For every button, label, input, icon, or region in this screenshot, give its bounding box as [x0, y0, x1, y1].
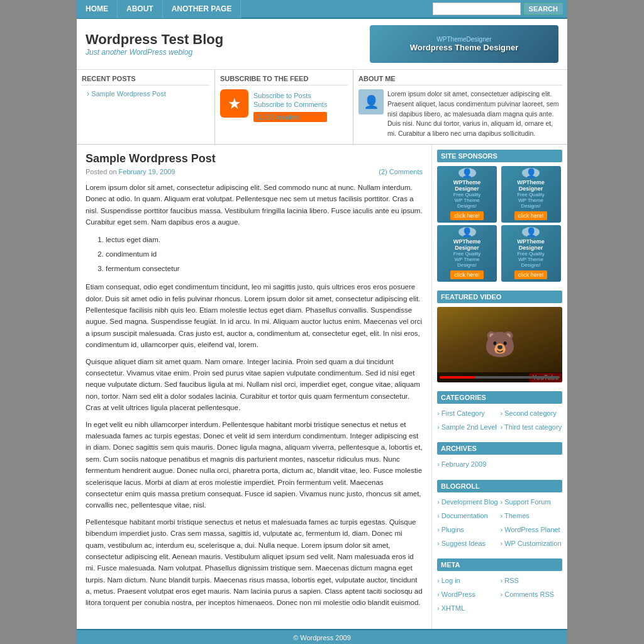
sponsors-section: SITE SPONSORS 👤 WPThemeDesigner Free Qua…: [437, 150, 562, 282]
video-thumbnail: 🐻: [437, 307, 562, 382]
sponsor-sub: Free QualityWP ThemeDesigns!: [517, 251, 545, 268]
list-item: lectus eget diam.: [106, 233, 423, 247]
footer-text: © Wordpress 2009: [293, 634, 351, 641]
banner-sub: WPThemeDesigner: [410, 36, 518, 43]
recent-posts-heading: Recent Posts: [82, 75, 209, 86]
bear-emoji: 🐻: [484, 330, 516, 359]
featured-video-heading: FEATURED VIDEO: [437, 291, 562, 303]
sponsor-avatar: 👤: [522, 168, 540, 178]
subscribe-posts-link[interactable]: Subscribe to Posts: [253, 92, 327, 99]
widgets-top: Recent Posts Sample Wordpress Post Subsc…: [77, 70, 567, 145]
meta-section: META Log in RSS WordPress Comments RSS X…: [437, 558, 562, 614]
video-progress-fill: [440, 376, 475, 379]
blogroll-link[interactable]: Plugins: [437, 524, 499, 536]
sponsor-sub: Free QualityWP ThemeDesigns!: [453, 192, 481, 209]
sponsor-avatar: 👤: [522, 227, 540, 237]
post-meta-label: Posted on: [86, 168, 119, 175]
header: Wordpress Test Blog Just another WordPre…: [77, 19, 567, 70]
sponsor-sub: Free QualityWP ThemeDesigns!: [453, 251, 481, 268]
nav-bar: HOME ABOUT ANOTHER PAGE SEARCH: [77, 0, 567, 19]
article-list: lectus eget diam. condimentum id ferment…: [106, 233, 423, 276]
sponsor-btn[interactable]: click here!: [450, 211, 484, 220]
search-input[interactable]: [433, 3, 521, 15]
about-me-widget: About me 👤 Lorem ipsum dolor sit amet, c…: [353, 70, 567, 144]
recent-post-link[interactable]: Sample Wordpress Post: [91, 90, 165, 97]
blogroll-link[interactable]: Support Forum: [501, 496, 563, 509]
search-button[interactable]: SEARCH: [523, 3, 564, 15]
blogroll-link[interactable]: Themes: [501, 510, 563, 523]
archives-list: February 2009: [437, 458, 562, 471]
video-box[interactable]: 🐻 YouTube: [437, 307, 562, 382]
subscribe-widget: Subscribe to the feed ★ Subscribe to Pos…: [215, 70, 353, 144]
blogroll-link[interactable]: WordPress Planet: [501, 524, 563, 536]
feedburner-button[interactable]: 1,095 readers: [253, 112, 327, 122]
rss-icon: ★: [220, 89, 248, 118]
sponsor-avatar: 👤: [458, 227, 476, 237]
meta-link[interactable]: Log in: [437, 575, 499, 587]
about-content: 👤 Lorem ipsum dolor sit amet, consectetu…: [358, 89, 562, 139]
archives-heading: ARCHIVES: [437, 442, 562, 455]
blogroll-section: BLOGROLL Development Blog Support Forum …: [437, 480, 562, 550]
recent-posts-list: Sample Wordpress Post: [82, 89, 209, 98]
banner-text: Wordpress Theme Designer: [410, 43, 518, 52]
meta-list: Log in RSS WordPress Comments RSS XHTML: [437, 575, 562, 614]
nav-about[interactable]: ABOUT: [118, 0, 163, 18]
category-link[interactable]: Second category: [501, 408, 563, 420]
sponsor-btn[interactable]: click here!: [514, 211, 548, 220]
archive-link[interactable]: February 2009: [437, 458, 562, 471]
category-link[interactable]: Sample 2nd Level: [437, 421, 499, 434]
meta-link[interactable]: WordPress: [437, 589, 499, 601]
sponsor-btn[interactable]: click here!: [514, 270, 548, 279]
sponsor-logo: WPThemeDesigner: [517, 179, 545, 192]
sponsor-btn[interactable]: click here!: [450, 270, 484, 279]
site-subtitle: Just another WordPress weblog: [86, 48, 223, 57]
sponsor-2[interactable]: 👤 WPThemeDesigner Free QualityWP ThemeDe…: [501, 166, 561, 223]
blogroll-link[interactable]: WP Customization: [501, 538, 563, 550]
category-link[interactable]: Third test category: [501, 421, 563, 434]
blogroll-link[interactable]: Documentation: [437, 510, 499, 523]
meta-link[interactable]: XHTML: [437, 602, 499, 615]
nav-links: HOME ABOUT ANOTHER PAGE: [77, 0, 241, 18]
sponsor-4[interactable]: 👤 WPThemeDesigner Free QualityWP ThemeDe…: [501, 225, 561, 282]
article-title: Sample Wordpress Post: [86, 152, 423, 165]
article-p1: Lorem ipsum dolor sit amet, consectetur …: [86, 182, 423, 228]
archives-section: ARCHIVES February 2009: [437, 442, 562, 471]
about-text: Lorem ipsum dolor sit amet, consectetuer…: [387, 89, 562, 139]
categories-section: CATEGORIES First Category Second categor…: [437, 391, 562, 434]
sponsor-3[interactable]: 👤 WPThemeDesigner Free QualityWP ThemeDe…: [437, 225, 497, 282]
categories-list: First Category Second category Sample 2n…: [437, 408, 562, 434]
article-p5: Pellentesque habitant morbi tristique se…: [86, 516, 423, 609]
site-title: Wordpress Test Blog: [86, 31, 223, 48]
video-controls: [437, 372, 562, 382]
recent-posts-widget: Recent Posts Sample Wordpress Post: [77, 70, 215, 144]
article: Sample Wordpress Post Posted on February…: [86, 152, 423, 609]
header-banner[interactable]: WPThemeDesigner Wordpress Theme Designer: [370, 25, 558, 63]
sponsor-logo: WPThemeDesigner: [517, 238, 545, 251]
main-article: Sample Wordpress Post Posted on February…: [77, 145, 432, 629]
article-p3: Quisque aliquet diam sit amet quam. Nam …: [86, 356, 423, 414]
avatar: 👤: [358, 89, 384, 114]
post-meta: Posted on February 19, 2009 (2) Comments: [86, 168, 423, 175]
meta-link[interactable]: RSS: [501, 575, 563, 587]
post-date[interactable]: February 19, 2009: [119, 168, 175, 175]
rss-area: ★ Subscribe to Posts Subscribe to Commen…: [220, 89, 348, 122]
category-link[interactable]: First Category: [437, 408, 499, 420]
sponsor-logo: WPThemeDesigner: [453, 179, 481, 192]
sponsor-1[interactable]: 👤 WPThemeDesigner Free QualityWP ThemeDe…: [437, 166, 497, 223]
post-comments[interactable]: (2) Comments: [379, 168, 423, 175]
meta-heading: META: [437, 558, 562, 571]
sidebar: SITE SPONSORS 👤 WPThemeDesigner Free Qua…: [432, 145, 567, 629]
blogroll-link[interactable]: Development Blog: [437, 496, 499, 509]
nav-another[interactable]: ANOTHER PAGE: [163, 0, 242, 18]
meta-link[interactable]: Comments RSS: [501, 589, 563, 601]
rss-links: Subscribe to Posts Subscribe to Comments…: [253, 89, 327, 122]
video-progress-bar: [440, 376, 560, 379]
blogroll-link[interactable]: Suggest Ideas: [437, 538, 499, 550]
list-item: condimentum id: [106, 247, 423, 262]
sponsor-sub: Free QualityWP ThemeDesigns!: [517, 192, 545, 209]
nav-home[interactable]: HOME: [77, 0, 118, 18]
article-p4: In eget velit eu nibh ullamcorper interd…: [86, 419, 423, 511]
subscribe-comments-link[interactable]: Subscribe to Comments: [253, 101, 327, 108]
sponsor-avatar: 👤: [458, 168, 476, 178]
main-content: Sample Wordpress Post Posted on February…: [77, 145, 567, 629]
